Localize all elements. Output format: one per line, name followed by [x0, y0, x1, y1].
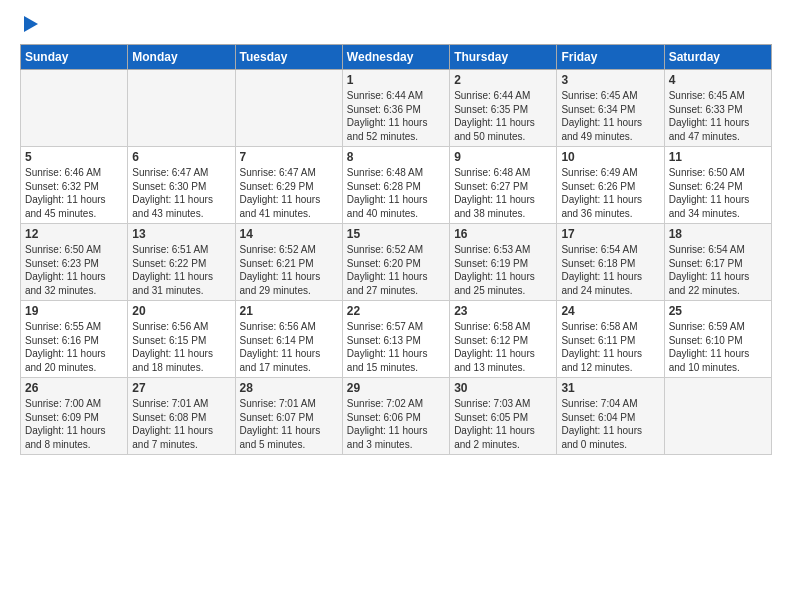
day-number: 14 — [240, 227, 338, 241]
cell-content: Sunrise: 6:44 AM Sunset: 6:36 PM Dayligh… — [347, 89, 445, 143]
cell-content: Sunrise: 6:58 AM Sunset: 6:11 PM Dayligh… — [561, 320, 659, 374]
day-number: 13 — [132, 227, 230, 241]
calendar-cell: 22Sunrise: 6:57 AM Sunset: 6:13 PM Dayli… — [342, 301, 449, 378]
day-number: 28 — [240, 381, 338, 395]
calendar: SundayMondayTuesdayWednesdayThursdayFrid… — [20, 44, 772, 455]
day-header-sunday: Sunday — [21, 45, 128, 70]
cell-content: Sunrise: 6:48 AM Sunset: 6:27 PM Dayligh… — [454, 166, 552, 220]
calendar-cell: 11Sunrise: 6:50 AM Sunset: 6:24 PM Dayli… — [664, 147, 771, 224]
cell-content: Sunrise: 6:54 AM Sunset: 6:17 PM Dayligh… — [669, 243, 767, 297]
calendar-cell: 25Sunrise: 6:59 AM Sunset: 6:10 PM Dayli… — [664, 301, 771, 378]
day-number: 23 — [454, 304, 552, 318]
calendar-cell: 27Sunrise: 7:01 AM Sunset: 6:08 PM Dayli… — [128, 378, 235, 455]
day-number: 30 — [454, 381, 552, 395]
day-number: 1 — [347, 73, 445, 87]
cell-content: Sunrise: 6:50 AM Sunset: 6:23 PM Dayligh… — [25, 243, 123, 297]
calendar-cell: 10Sunrise: 6:49 AM Sunset: 6:26 PM Dayli… — [557, 147, 664, 224]
calendar-header-row: SundayMondayTuesdayWednesdayThursdayFrid… — [21, 45, 772, 70]
day-number: 27 — [132, 381, 230, 395]
calendar-cell: 16Sunrise: 6:53 AM Sunset: 6:19 PM Dayli… — [450, 224, 557, 301]
cell-content: Sunrise: 7:02 AM Sunset: 6:06 PM Dayligh… — [347, 397, 445, 451]
week-row-1: 1Sunrise: 6:44 AM Sunset: 6:36 PM Daylig… — [21, 70, 772, 147]
week-row-2: 5Sunrise: 6:46 AM Sunset: 6:32 PM Daylig… — [21, 147, 772, 224]
calendar-cell — [235, 70, 342, 147]
day-number: 18 — [669, 227, 767, 241]
day-number: 4 — [669, 73, 767, 87]
day-number: 8 — [347, 150, 445, 164]
day-number: 5 — [25, 150, 123, 164]
calendar-cell: 23Sunrise: 6:58 AM Sunset: 6:12 PM Dayli… — [450, 301, 557, 378]
svg-marker-0 — [24, 16, 38, 32]
day-number: 15 — [347, 227, 445, 241]
day-number: 3 — [561, 73, 659, 87]
cell-content: Sunrise: 6:47 AM Sunset: 6:30 PM Dayligh… — [132, 166, 230, 220]
day-number: 29 — [347, 381, 445, 395]
calendar-cell: 1Sunrise: 6:44 AM Sunset: 6:36 PM Daylig… — [342, 70, 449, 147]
calendar-cell: 15Sunrise: 6:52 AM Sunset: 6:20 PM Dayli… — [342, 224, 449, 301]
calendar-cell: 18Sunrise: 6:54 AM Sunset: 6:17 PM Dayli… — [664, 224, 771, 301]
day-number: 11 — [669, 150, 767, 164]
calendar-cell — [128, 70, 235, 147]
page: SundayMondayTuesdayWednesdayThursdayFrid… — [0, 0, 792, 612]
logo-triangle-icon — [22, 16, 40, 34]
cell-content: Sunrise: 6:48 AM Sunset: 6:28 PM Dayligh… — [347, 166, 445, 220]
cell-content: Sunrise: 6:51 AM Sunset: 6:22 PM Dayligh… — [132, 243, 230, 297]
cell-content: Sunrise: 6:54 AM Sunset: 6:18 PM Dayligh… — [561, 243, 659, 297]
calendar-cell: 3Sunrise: 6:45 AM Sunset: 6:34 PM Daylig… — [557, 70, 664, 147]
day-number: 2 — [454, 73, 552, 87]
calendar-cell: 29Sunrise: 7:02 AM Sunset: 6:06 PM Dayli… — [342, 378, 449, 455]
calendar-cell — [21, 70, 128, 147]
calendar-cell: 12Sunrise: 6:50 AM Sunset: 6:23 PM Dayli… — [21, 224, 128, 301]
cell-content: Sunrise: 6:53 AM Sunset: 6:19 PM Dayligh… — [454, 243, 552, 297]
day-header-wednesday: Wednesday — [342, 45, 449, 70]
logo — [20, 16, 40, 34]
calendar-cell: 14Sunrise: 6:52 AM Sunset: 6:21 PM Dayli… — [235, 224, 342, 301]
day-number: 16 — [454, 227, 552, 241]
day-number: 6 — [132, 150, 230, 164]
calendar-cell: 30Sunrise: 7:03 AM Sunset: 6:05 PM Dayli… — [450, 378, 557, 455]
calendar-cell: 26Sunrise: 7:00 AM Sunset: 6:09 PM Dayli… — [21, 378, 128, 455]
calendar-cell: 17Sunrise: 6:54 AM Sunset: 6:18 PM Dayli… — [557, 224, 664, 301]
day-number: 25 — [669, 304, 767, 318]
calendar-cell: 19Sunrise: 6:55 AM Sunset: 6:16 PM Dayli… — [21, 301, 128, 378]
cell-content: Sunrise: 6:58 AM Sunset: 6:12 PM Dayligh… — [454, 320, 552, 374]
calendar-cell: 31Sunrise: 7:04 AM Sunset: 6:04 PM Dayli… — [557, 378, 664, 455]
cell-content: Sunrise: 6:45 AM Sunset: 6:34 PM Dayligh… — [561, 89, 659, 143]
week-row-5: 26Sunrise: 7:00 AM Sunset: 6:09 PM Dayli… — [21, 378, 772, 455]
week-row-3: 12Sunrise: 6:50 AM Sunset: 6:23 PM Dayli… — [21, 224, 772, 301]
calendar-cell: 4Sunrise: 6:45 AM Sunset: 6:33 PM Daylig… — [664, 70, 771, 147]
day-number: 24 — [561, 304, 659, 318]
calendar-cell: 21Sunrise: 6:56 AM Sunset: 6:14 PM Dayli… — [235, 301, 342, 378]
day-header-saturday: Saturday — [664, 45, 771, 70]
day-number: 31 — [561, 381, 659, 395]
week-row-4: 19Sunrise: 6:55 AM Sunset: 6:16 PM Dayli… — [21, 301, 772, 378]
cell-content: Sunrise: 7:01 AM Sunset: 6:08 PM Dayligh… — [132, 397, 230, 451]
cell-content: Sunrise: 6:46 AM Sunset: 6:32 PM Dayligh… — [25, 166, 123, 220]
day-number: 20 — [132, 304, 230, 318]
day-header-friday: Friday — [557, 45, 664, 70]
cell-content: Sunrise: 6:59 AM Sunset: 6:10 PM Dayligh… — [669, 320, 767, 374]
cell-content: Sunrise: 6:56 AM Sunset: 6:15 PM Dayligh… — [132, 320, 230, 374]
cell-content: Sunrise: 6:44 AM Sunset: 6:35 PM Dayligh… — [454, 89, 552, 143]
cell-content: Sunrise: 6:52 AM Sunset: 6:21 PM Dayligh… — [240, 243, 338, 297]
calendar-cell: 5Sunrise: 6:46 AM Sunset: 6:32 PM Daylig… — [21, 147, 128, 224]
cell-content: Sunrise: 7:00 AM Sunset: 6:09 PM Dayligh… — [25, 397, 123, 451]
header — [20, 16, 772, 34]
cell-content: Sunrise: 7:01 AM Sunset: 6:07 PM Dayligh… — [240, 397, 338, 451]
day-number: 17 — [561, 227, 659, 241]
calendar-cell: 9Sunrise: 6:48 AM Sunset: 6:27 PM Daylig… — [450, 147, 557, 224]
cell-content: Sunrise: 6:52 AM Sunset: 6:20 PM Dayligh… — [347, 243, 445, 297]
cell-content: Sunrise: 6:56 AM Sunset: 6:14 PM Dayligh… — [240, 320, 338, 374]
cell-content: Sunrise: 7:04 AM Sunset: 6:04 PM Dayligh… — [561, 397, 659, 451]
day-number: 7 — [240, 150, 338, 164]
day-number: 10 — [561, 150, 659, 164]
calendar-cell: 28Sunrise: 7:01 AM Sunset: 6:07 PM Dayli… — [235, 378, 342, 455]
day-number: 22 — [347, 304, 445, 318]
cell-content: Sunrise: 6:55 AM Sunset: 6:16 PM Dayligh… — [25, 320, 123, 374]
day-header-thursday: Thursday — [450, 45, 557, 70]
day-number: 21 — [240, 304, 338, 318]
cell-content: Sunrise: 7:03 AM Sunset: 6:05 PM Dayligh… — [454, 397, 552, 451]
calendar-cell: 24Sunrise: 6:58 AM Sunset: 6:11 PM Dayli… — [557, 301, 664, 378]
calendar-cell: 6Sunrise: 6:47 AM Sunset: 6:30 PM Daylig… — [128, 147, 235, 224]
cell-content: Sunrise: 6:49 AM Sunset: 6:26 PM Dayligh… — [561, 166, 659, 220]
